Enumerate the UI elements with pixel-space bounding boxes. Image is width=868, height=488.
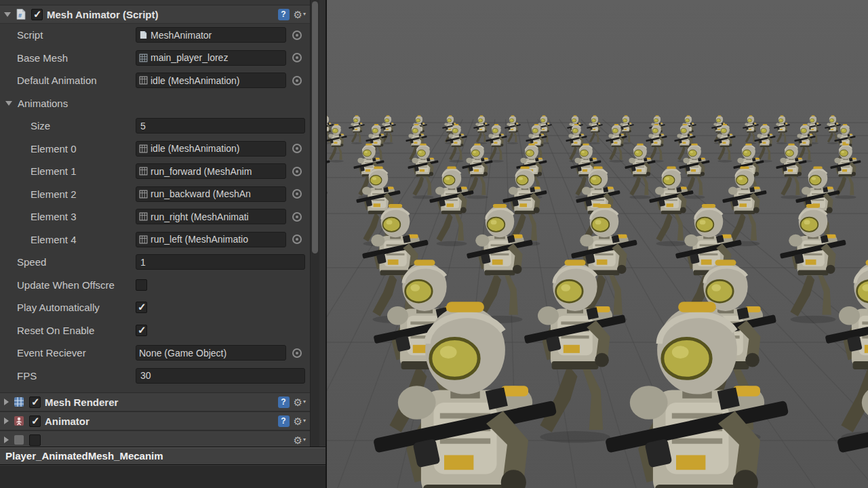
animation-icon [139, 144, 148, 153]
object-picker-icon[interactable] [292, 212, 302, 222]
row-element-4: Element 4 run_left (MeshAnimatio [0, 228, 310, 251]
row-element-3: Element 3 run_right (MeshAnimati [0, 205, 310, 228]
scrollbar-thumb[interactable] [312, 1, 318, 253]
row-script: Script MeshAnimator [0, 24, 310, 47]
element-4-object-field[interactable]: run_left (MeshAnimatio [136, 232, 286, 247]
component-header-animator[interactable]: Animator ? ⚙▾ [0, 411, 310, 430]
row-default-animation: Default Animation idle (MeshAnimation) [0, 69, 310, 92]
component-title: Mesh Animator (Script) [47, 9, 274, 20]
foldout-closed-icon[interactable] [4, 399, 9, 405]
foldout-open-icon[interactable] [4, 12, 11, 17]
gear-caret-icon: ▾ [303, 437, 306, 443]
foldout-closed-icon [4, 436, 9, 443]
reset-on-enable-checkbox[interactable] [136, 325, 147, 336]
speed-input[interactable]: 1 [136, 254, 305, 270]
inspector-scroll-area: # Mesh Animator (Script) ? ⚙▾ Script Mes… [0, 0, 310, 447]
row-fps: FPS 30 [0, 365, 310, 388]
gear-caret-icon: ▾ [303, 418, 306, 424]
help-icon[interactable]: ? [278, 415, 290, 427]
row-size: Size 5 [0, 115, 310, 138]
object-picker-icon[interactable] [292, 53, 302, 62]
object-picker-icon[interactable] [292, 235, 302, 244]
object-picker-icon[interactable] [292, 76, 302, 85]
animation-icon [139, 167, 148, 176]
component-header-partial[interactable]: ⚙▾ [0, 430, 310, 447]
scene-svg [327, 0, 868, 488]
svg-text:#: # [18, 12, 22, 19]
field-label: Element 1 [17, 165, 136, 177]
inspector-panel: # Mesh Animator (Script) ? ⚙▾ Script Mes… [0, 0, 327, 488]
mesh-icon [139, 54, 148, 62]
animation-icon [139, 212, 148, 221]
gear-icon[interactable]: ⚙▾ [294, 397, 306, 407]
row-update-when-offscreen: Update When Offscre [0, 274, 310, 297]
gear-icon[interactable]: ⚙▾ [294, 9, 306, 20]
field-label: Element 4 [17, 234, 136, 245]
field-label: Default Animation [17, 75, 136, 86]
field-label: Reset On Enable [17, 325, 136, 336]
field-label: Update When Offscre [17, 279, 136, 291]
field-label: FPS [17, 370, 136, 382]
fps-input[interactable]: 30 [136, 368, 305, 384]
selection-name: Player_AnimatedMesh_Mecanim [5, 450, 163, 462]
base-mesh-object-field[interactable]: main_player_lorez [136, 50, 286, 66]
scrollbar-gutter [319, 0, 326, 447]
row-play-automatically: Play Automatically [0, 296, 310, 319]
field-label: Size [17, 120, 136, 131]
unity-window: # Mesh Animator (Script) ? ⚙▾ Script Mes… [0, 0, 868, 488]
animation-icon [139, 235, 148, 244]
object-picker-icon[interactable] [292, 348, 302, 358]
play-automatically-checkbox[interactable] [136, 302, 147, 313]
row-base-mesh: Base Mesh main_player_lorez [0, 47, 310, 70]
row-speed: Speed 1 [0, 251, 310, 274]
help-icon[interactable]: ? [278, 9, 290, 20]
size-input[interactable]: 5 [136, 118, 305, 134]
component-enabled-checkbox[interactable] [29, 415, 41, 427]
animation-icon [139, 76, 148, 85]
row-element-2: Element 2 run_backward (MeshAn [0, 183, 310, 206]
element-1-object-field[interactable]: run_forward (MeshAnim [136, 163, 286, 179]
object-picker-icon[interactable] [292, 189, 302, 199]
default-animation-object-field[interactable]: idle (MeshAnimation) [136, 73, 286, 88]
row-event-reciever: Event Reciever None (Game Object) [0, 342, 310, 365]
component-header-mesh-animator[interactable]: # Mesh Animator (Script) ? ⚙▾ [0, 5, 310, 24]
component-enabled-checkbox[interactable] [29, 396, 41, 408]
element-3-object-field[interactable]: run_right (MeshAnimati [136, 209, 286, 224]
gear-caret-icon: ▾ [303, 399, 306, 405]
update-when-offscreen-checkbox[interactable] [136, 279, 147, 291]
component-enabled-checkbox[interactable] [31, 9, 43, 20]
foldout-open-icon [5, 101, 12, 106]
component-enabled-checkbox[interactable] [29, 434, 41, 446]
object-picker-icon[interactable] [292, 167, 302, 176]
help-icon[interactable]: ? [278, 396, 290, 408]
field-label: Base Mesh [17, 52, 136, 64]
component-icon [13, 434, 25, 446]
field-label: Play Automatically [17, 302, 136, 313]
field-label: Script [17, 29, 136, 41]
animator-icon [13, 415, 25, 427]
panel-footer-area [0, 466, 326, 488]
object-picker-icon[interactable] [292, 30, 302, 40]
animation-icon [139, 190, 148, 199]
scene-view[interactable] [327, 0, 868, 488]
selection-name-bar: Player_AnimatedMesh_Mecanim [0, 447, 326, 465]
row-element-0: Element 0 idle (MeshAnimation) [0, 138, 310, 161]
field-label: Event Reciever [17, 347, 136, 359]
row-reset-on-enable: Reset On Enable [0, 319, 310, 342]
component-title: Mesh Renderer [45, 396, 274, 408]
inspector-scrollbar[interactable] [310, 0, 319, 447]
element-0-object-field[interactable]: idle (MeshAnimation) [136, 141, 286, 157]
foldout-closed-icon[interactable] [4, 418, 9, 424]
script-object-field[interactable]: MeshAnimator [136, 27, 286, 43]
gear-icon[interactable]: ⚙▾ [294, 435, 306, 445]
gear-icon[interactable]: ⚙▾ [294, 416, 306, 426]
object-picker-icon[interactable] [292, 144, 302, 153]
animations-foldout[interactable]: Animations [0, 92, 310, 115]
element-2-object-field[interactable]: run_backward (MeshAn [136, 186, 286, 202]
field-label: Element 0 [17, 143, 136, 155]
event-reciever-object-field[interactable]: None (Game Object) [136, 345, 286, 361]
field-label: Element 3 [17, 211, 136, 222]
component-header-mesh-renderer[interactable]: Mesh Renderer ? ⚙▾ [0, 392, 310, 411]
component-title: Animator [45, 415, 274, 427]
row-element-1: Element 1 run_forward (MeshAnim [0, 160, 310, 183]
